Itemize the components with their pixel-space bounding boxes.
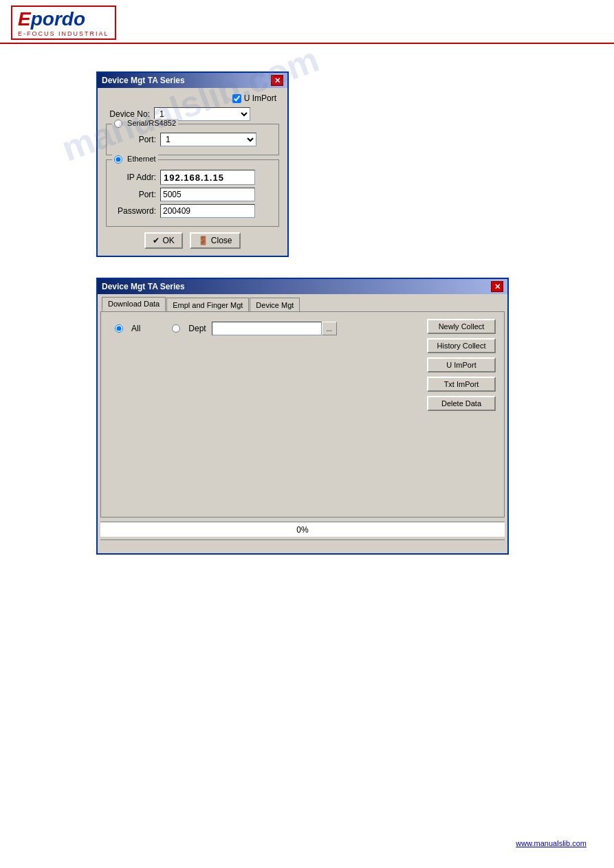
port-select[interactable]: 1 <box>160 133 256 146</box>
ethernet-radio[interactable] <box>114 155 122 164</box>
dialog1-title: Device Mgt TA Series <box>102 76 185 85</box>
dept-input-wrapper: ... <box>212 322 337 335</box>
txt-import-button[interactable]: Txt ImPort <box>427 377 496 392</box>
ip-display[interactable]: 192.168.1.15 <box>160 170 255 185</box>
u-import-button[interactable]: U ImPort <box>427 357 496 372</box>
u-import-checkbox[interactable] <box>232 94 241 103</box>
serial-legend: Serial/RS4852 <box>112 119 178 128</box>
tab-download-data-label: Download Data <box>108 300 160 308</box>
dialog2-close-button[interactable]: ✕ <box>491 281 503 292</box>
port2-row: Port: <box>112 188 273 201</box>
right-buttons: Newly Collect History Collect U ImPort T… <box>427 319 496 411</box>
browse-button[interactable]: ... <box>322 322 337 335</box>
newly-collect-button[interactable]: Newly Collect <box>427 319 496 334</box>
dialog1-content: U ImPort Device No: 1 Serial/RS4852 <box>98 88 287 256</box>
history-collect-label: History Collect <box>437 342 486 350</box>
header: E pordo E-FOCUS INDUSTRIAL <box>0 0 614 44</box>
port-row: Port: 1 <box>112 133 273 146</box>
ethernet-label: Ethernet <box>127 155 156 163</box>
port2-input[interactable] <box>160 188 255 201</box>
progress-text: 0% <box>296 525 308 535</box>
password-label: Password: <box>112 206 160 216</box>
dialog1-titlebar: Device Mgt TA Series ✕ <box>98 73 287 88</box>
ethernet-legend: Ethernet <box>112 155 158 164</box>
serial-groupbox: Serial/RS4852 Port: 1 <box>106 124 279 155</box>
delete-data-label: Delete Data <box>441 399 481 408</box>
dialog1-buttons: ✔ OK 🚪 Close <box>106 232 279 249</box>
u-import-label: U ImPort <box>244 93 276 103</box>
progress-bar-area: 0% <box>100 522 505 537</box>
tab-download-data[interactable]: Download Data <box>102 297 166 311</box>
password-input[interactable] <box>160 204 255 218</box>
close-door-icon: 🚪 <box>198 236 208 245</box>
dialog2-wrapper: Device Mgt TA Series ✕ Download Data Emp… <box>96 278 593 555</box>
close-label: Close <box>211 236 232 245</box>
dialog1: Device Mgt TA Series ✕ U ImPort Device N… <box>96 71 289 257</box>
ok-button[interactable]: ✔ OK <box>144 232 182 249</box>
history-collect-button[interactable]: History Collect <box>427 338 496 353</box>
page-body: Device Mgt TA Series ✕ U ImPort Device N… <box>0 44 614 589</box>
password-row: Password: <box>112 204 273 218</box>
txt-import-label: Txt ImPort <box>444 380 479 388</box>
all-label: All <box>131 324 140 333</box>
newly-collect-label: Newly Collect <box>439 322 485 331</box>
serial-radio[interactable] <box>114 120 122 128</box>
dept-input[interactable] <box>212 322 322 335</box>
footer-link[interactable]: www.manualslib.com <box>516 839 586 847</box>
logo-pordo: pordo <box>31 10 85 29</box>
tab-device-mgt-label: Device Mgt <box>256 301 294 309</box>
ethernet-groupbox: Ethernet IP Addr: 192.168.1.15 Port: Pas <box>106 159 279 227</box>
delete-data-button[interactable]: Delete Data <box>427 396 496 411</box>
tab-device-mgt[interactable]: Device Mgt <box>250 298 300 311</box>
dept-radio[interactable] <box>172 324 180 333</box>
ip-row: IP Addr: 192.168.1.15 <box>112 170 273 185</box>
tab-content: All Dept ... Newly Collect <box>100 311 505 518</box>
tab-empl-finger[interactable]: Empl and Finger Mgt <box>166 298 249 311</box>
ok-checkmark-icon: ✔ <box>153 236 160 245</box>
browse-icon: ... <box>327 325 332 333</box>
logo-subtitle: E-FOCUS INDUSTRIAL <box>18 30 109 37</box>
ip-label: IP Addr: <box>112 173 160 182</box>
tab-empl-finger-label: Empl and Finger Mgt <box>173 301 243 309</box>
port-label: Port: <box>112 135 160 144</box>
device-no-label: Device No: <box>106 109 154 119</box>
close-button[interactable]: 🚪 Close <box>190 232 241 249</box>
dialog2: Device Mgt TA Series ✕ Download Data Emp… <box>96 278 509 555</box>
port2-label: Port: <box>112 190 160 199</box>
dialog1-wrapper: Device Mgt TA Series ✕ U ImPort Device N… <box>96 71 593 257</box>
u-import-checkbox-row: U ImPort <box>106 93 279 103</box>
logo-container: E pordo E-FOCUS INDUSTRIAL <box>11 5 603 40</box>
serial-label: Serial/RS4852 <box>127 119 176 127</box>
dept-label: Dept <box>188 324 206 333</box>
logo-e: E <box>18 10 31 29</box>
tabs-bar: Download Data Empl and Finger Mgt Device… <box>98 294 507 311</box>
dialog2-titlebar: Device Mgt TA Series ✕ <box>98 279 507 294</box>
logo-box: E pordo E-FOCUS INDUSTRIAL <box>11 5 116 40</box>
dialog1-close-button[interactable]: ✕ <box>271 75 283 86</box>
port-select-wrapper: 1 <box>160 133 256 146</box>
ok-label: OK <box>162 236 174 245</box>
all-radio[interactable] <box>115 324 123 333</box>
u-import-label: U ImPort <box>446 361 476 369</box>
dialog2-title: Device Mgt TA Series <box>102 282 185 291</box>
status-bar <box>100 539 505 550</box>
